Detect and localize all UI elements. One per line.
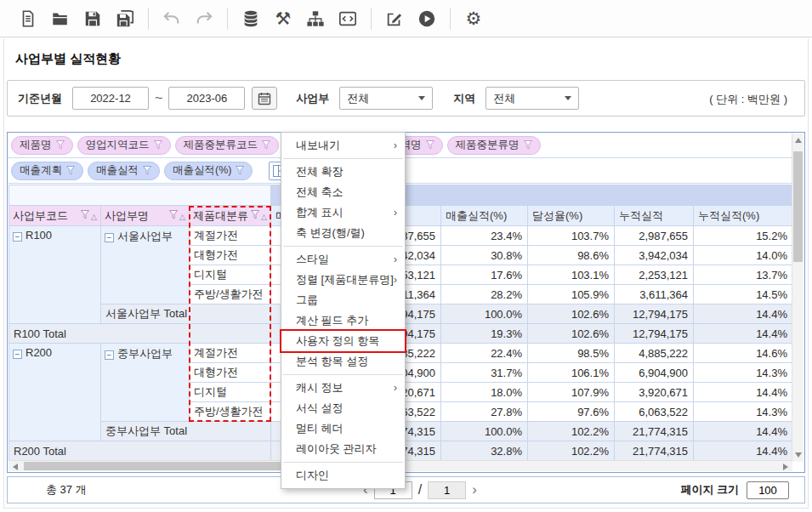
menu-item-analysis-settings[interactable]: 분석 항목 설정 — [281, 351, 405, 372]
actual-pct-cell[interactable]: 28.2% — [441, 285, 528, 304]
actual-pct-cell[interactable]: 27.8% — [441, 402, 528, 422]
actual-pct-cell[interactable]: 32.8% — [441, 441, 528, 461]
cum-pct-cell[interactable]: 13.7% — [694, 265, 793, 285]
category-cell[interactable]: 디지털 — [190, 265, 271, 285]
tools-icon[interactable]: ⚒ — [270, 6, 296, 31]
collapse-icon[interactable]: − — [105, 233, 114, 242]
actual-pct-cell[interactable]: 100.0% — [441, 304, 528, 324]
cum-cell[interactable]: 21,774,315 — [615, 422, 694, 441]
cum-pct-cell[interactable]: 14.5% — [694, 285, 793, 304]
menu-item-add-calc-field[interactable]: 계산 필드 추가 — [281, 310, 405, 331]
scroll-up-icon[interactable] — [795, 138, 802, 143]
category-cell[interactable]: 주방/생활가전 — [190, 402, 271, 422]
category-cell[interactable]: 대형가전 — [190, 246, 271, 265]
open-folder-icon[interactable] — [48, 6, 73, 31]
chip-sales-actual[interactable]: 매출실적 — [88, 162, 160, 180]
col-header-div-name[interactable]: 사업부명△ — [101, 206, 190, 226]
div-name-cell[interactable]: −서울사업부 — [101, 226, 190, 304]
subtotal-label[interactable]: 중부사업부 Total — [101, 422, 271, 441]
settings-icon[interactable]: ⚙ — [461, 6, 486, 31]
page-size-input[interactable] — [747, 481, 789, 499]
achieve-pct-cell[interactable]: 102.6% — [528, 324, 615, 344]
category-cell[interactable]: 계절가전 — [190, 344, 271, 363]
cum-cell[interactable]: 2,987,655 — [615, 226, 694, 246]
chip-sales-region-code[interactable]: 영업지역코드 — [77, 136, 171, 155]
menu-item-format-settings[interactable]: 서식 설정 — [281, 398, 405, 418]
cum-pct-cell[interactable]: 14.6% — [694, 344, 793, 363]
actual-pct-cell[interactable]: 31.7% — [441, 363, 528, 383]
subtotal-label[interactable]: R100 Total — [9, 324, 271, 344]
edit-icon[interactable] — [382, 6, 407, 31]
chip-sales-actual-pct[interactable]: 매출실적(%) — [164, 162, 253, 180]
cum-pct-cell[interactable]: 14.4% — [694, 324, 793, 344]
col-header-actual-pct[interactable]: 매출실적(%) — [441, 206, 528, 226]
actual-pct-cell[interactable]: 22.4% — [441, 344, 528, 363]
cum-cell[interactable]: 3,942,034 — [615, 246, 694, 265]
calendar-button[interactable] — [252, 87, 277, 110]
cum-pct-cell[interactable]: 14.3% — [694, 402, 793, 422]
cum-cell[interactable]: 2,253,121 — [615, 265, 694, 285]
chip-product-midclass-name[interactable]: 제품중분류명 — [447, 136, 541, 155]
div-code-cell[interactable]: −R100 — [9, 226, 101, 324]
new-document-icon[interactable] — [15, 6, 41, 31]
cum-cell[interactable]: 21,774,315 — [615, 441, 694, 461]
scroll-right-icon[interactable] — [783, 464, 788, 470]
region-select[interactable]: 전체 — [485, 87, 579, 110]
menu-item-swap-axes[interactable]: 축 변경(행/렬) — [281, 223, 405, 243]
cum-pct-cell[interactable]: 14.4% — [694, 441, 793, 461]
save-icon[interactable] — [80, 6, 105, 31]
actual-pct-cell[interactable]: 23.4% — [441, 226, 528, 246]
cum-cell[interactable]: 12,794,175 — [615, 324, 694, 344]
cum-pct-cell[interactable]: 14.4% — [694, 383, 793, 402]
achieve-pct-cell[interactable]: 98.6% — [528, 246, 615, 265]
database-icon[interactable] — [238, 6, 264, 31]
col-header-cum-pct[interactable]: 누적실적(%) — [694, 206, 793, 226]
achieve-pct-cell[interactable]: 106.1% — [528, 363, 615, 383]
period-to-input[interactable] — [168, 87, 245, 110]
cum-cell[interactable]: 6,063,522 — [615, 402, 694, 422]
cum-cell[interactable]: 12,794,175 — [615, 304, 694, 324]
scroll-down-icon[interactable] — [795, 452, 802, 458]
achieve-pct-cell[interactable]: 103.1% — [528, 265, 615, 285]
division-select[interactable]: 전체 — [339, 87, 433, 110]
menu-item-design[interactable]: 디자인 — [281, 465, 405, 486]
cum-pct-cell[interactable]: 14.4% — [694, 304, 793, 324]
div-code-cell[interactable]: −R200 — [9, 344, 101, 441]
cum-pct-cell[interactable]: 14.0% — [694, 246, 793, 265]
subtotal-label[interactable]: R200 Total — [9, 441, 271, 461]
menu-item-multi-header[interactable]: 멀티 헤더 — [281, 418, 405, 439]
code-icon[interactable] — [335, 6, 361, 31]
cum-pct-cell[interactable]: 15.2% — [694, 226, 793, 246]
save-all-icon[interactable] — [112, 6, 138, 31]
collapse-icon[interactable]: − — [105, 350, 114, 360]
col-header-achieve-pct[interactable]: 달성율(%) — [528, 206, 615, 226]
actual-pct-cell[interactable]: 30.8% — [441, 246, 528, 265]
menu-item-layout-manager[interactable]: 레이아웃 관리자 — [281, 439, 405, 459]
menu-item-user-defined-item[interactable]: 사용자 정의 항목 — [281, 331, 405, 351]
achieve-pct-cell[interactable]: 105.9% — [528, 285, 615, 304]
achieve-pct-cell[interactable]: 97.6% — [528, 402, 615, 422]
category-cell[interactable]: 대형가전 — [190, 363, 271, 383]
collapse-icon[interactable]: − — [13, 350, 22, 359]
next-page-icon[interactable]: › — [472, 482, 477, 498]
col-header-cum[interactable]: 누적실적 — [615, 206, 694, 226]
cum-cell[interactable]: 3,611,364 — [615, 285, 694, 304]
cum-cell[interactable]: 3,920,671 — [615, 383, 694, 402]
subtotal-label[interactable]: 서울사업부 Total — [101, 304, 271, 324]
category-cell[interactable]: 디지털 — [190, 383, 271, 402]
achieve-pct-cell[interactable]: 107.9% — [528, 383, 615, 402]
menu-item-export[interactable]: 내보내기› — [281, 135, 405, 156]
vertical-scrollbar[interactable] — [792, 134, 803, 462]
achieve-pct-cell[interactable]: 102.2% — [528, 422, 615, 441]
menu-item-sort[interactable]: 정렬 [제품대분류명]› — [281, 270, 405, 290]
actual-pct-cell[interactable]: 17.6% — [441, 265, 528, 285]
chip-sales-plan[interactable]: 매출계획 — [11, 162, 83, 180]
cum-pct-cell[interactable]: 14.3% — [694, 363, 793, 383]
col-header-div-code[interactable]: 사업부코드△ — [9, 206, 101, 226]
cum-cell[interactable]: 6,904,900 — [615, 363, 694, 383]
actual-pct-cell[interactable]: 18.0% — [441, 383, 528, 402]
actual-pct-cell[interactable]: 100.0% — [441, 422, 528, 441]
menu-item-style[interactable]: 스타일› — [281, 249, 405, 270]
achieve-pct-cell[interactable]: 98.5% — [528, 344, 615, 363]
category-cell[interactable]: 계절가전 — [190, 226, 271, 246]
